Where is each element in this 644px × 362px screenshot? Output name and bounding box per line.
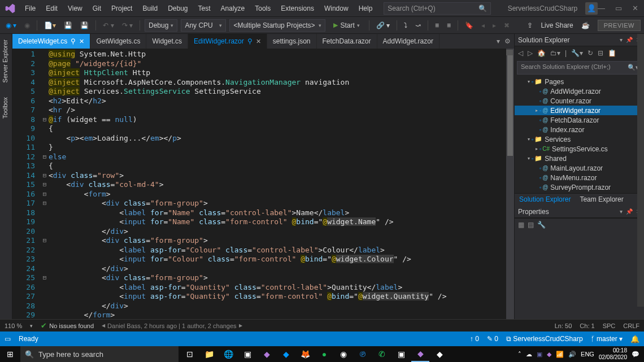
tray-teams-icon[interactable]: ▣ <box>537 351 542 358</box>
terminal-icon[interactable]: ▣ <box>238 346 256 362</box>
menu-view[interactable]: View <box>63 2 87 15</box>
forward-icon[interactable]: ▷ <box>528 49 533 57</box>
platform-combo[interactable]: Any CPU <box>181 19 226 32</box>
notifications-icon[interactable]: 🔔 <box>630 335 639 343</box>
close-icon[interactable]: ✕ <box>79 38 84 45</box>
tab-fetchdata-razor[interactable]: FetchData.razor <box>317 34 377 49</box>
minimize-button[interactable]: ― <box>598 4 605 12</box>
side-tab-server-explorer[interactable]: Server Explorer <box>0 36 12 86</box>
liveshare-icon[interactable]: ⇪ <box>527 21 533 29</box>
close-icon[interactable]: ✕ <box>256 38 261 45</box>
tab-dropdown-icon[interactable]: ▾ <box>497 37 500 45</box>
new-item-button[interactable]: 📄▾ <box>42 20 58 30</box>
close-button[interactable]: ✕ <box>632 4 638 12</box>
panel-tab-solution-explorer[interactable]: Solution Explorer <box>515 194 575 206</box>
whatsapp-icon[interactable]: ✆ <box>373 346 391 362</box>
bookmark-button[interactable]: 🔖 <box>463 20 476 30</box>
side-tab-toolbox[interactable]: Toolbox <box>0 94 12 122</box>
app2-icon[interactable]: ▣ <box>392 346 410 362</box>
tree-item[interactable]: ▫@MainLayout.razor <box>515 163 644 173</box>
tray-onedrive-icon[interactable]: ☁ <box>526 351 532 358</box>
steam-icon[interactable]: ◉ <box>334 346 353 362</box>
menu-git[interactable]: Git <box>88 2 106 15</box>
categorize-icon[interactable]: ▦ <box>518 221 524 229</box>
solution-search[interactable]: Search Solution Explorer (Ctrl+;) 🔍▾ <box>517 61 642 75</box>
quick-search[interactable]: Search (Ctrl+Q) 🔍 <box>384 2 490 15</box>
char-indicator[interactable]: Ch: 1 <box>580 322 594 329</box>
tray-chevron-icon[interactable]: ˄ <box>518 351 521 358</box>
menu-project[interactable]: Project <box>107 2 137 15</box>
startup-combo[interactable]: <Multiple Startup Projects> <box>229 19 325 32</box>
menu-debug[interactable]: Debug <box>163 2 192 15</box>
taskbar-search[interactable]: 🔍 Type here to search <box>20 346 179 362</box>
undo-button[interactable]: ↶ ▾ <box>101 20 116 30</box>
menu-edit[interactable]: Edit <box>41 2 62 15</box>
browser-link-button[interactable]: 🔗 ▾ <box>374 20 392 30</box>
save-button[interactable]: 💾 <box>62 20 75 30</box>
tray-vs-icon[interactable]: ◆ <box>547 351 551 358</box>
collapse-icon[interactable]: ⊟ <box>598 49 603 57</box>
vscode-icon[interactable]: ◆ <box>277 346 295 362</box>
tab-editwidget-razor[interactable]: EditWidget.razor⚲✕ <box>188 34 267 49</box>
pin-icon[interactable]: ⚲ <box>247 37 253 45</box>
firefox-icon[interactable]: 🦊 <box>296 346 314 362</box>
tab-settings-icon[interactable]: ⚙ <box>504 37 511 45</box>
pending-changes[interactable]: ✎ 0 <box>487 335 498 343</box>
nav-forward-button[interactable]: ◉ <box>22 20 32 30</box>
tree-item[interactable]: ▸▫@EditWidget.razor <box>515 106 644 115</box>
menu-analyze[interactable]: Analyze <box>216 2 250 15</box>
next-bookmark-button[interactable]: ▸ <box>490 20 498 30</box>
config-combo[interactable]: Debug <box>145 19 177 32</box>
indent-indicator[interactable]: SPC <box>603 322 616 329</box>
pin-icon[interactable]: ⚲ <box>71 37 76 45</box>
spotify-icon[interactable]: ● <box>315 346 333 362</box>
vs-icon[interactable]: ◆ <box>258 346 276 362</box>
start-button[interactable]: ⊞ <box>0 350 20 359</box>
panel-dropdown-icon[interactable]: ▾ <box>620 208 623 215</box>
tray-lang[interactable]: ENG <box>581 351 594 357</box>
feedback-icon[interactable]: ☕ <box>581 21 590 29</box>
line-indicator[interactable]: Ln: 50 <box>555 322 572 329</box>
vs-running-icon[interactable]: ◆ <box>411 346 429 362</box>
step-into-button[interactable]: ⤵ <box>402 20 410 30</box>
indent-button[interactable]: ≡ <box>433 20 441 30</box>
panel-scrollbar[interactable] <box>637 34 644 307</box>
menu-extensions[interactable]: Extensions <box>276 2 319 15</box>
tree-item[interactable]: ▫@FetchData.razor <box>515 115 644 125</box>
maximize-button[interactable]: ▭ <box>615 4 622 12</box>
step-over-button[interactable]: ⤻ <box>413 20 423 30</box>
panel-tab-team-explorer[interactable]: Team Explorer <box>575 194 628 206</box>
sync-icon[interactable]: 🗀▾ <box>550 49 560 57</box>
panel-pin-icon[interactable]: 📌 <box>626 208 633 215</box>
clock[interactable]: 00:1802/08/2020 <box>599 347 627 361</box>
tab-deletewidget-cs[interactable]: DeleteWidget.cs⚲✕ <box>12 34 90 49</box>
code-content[interactable]: @using System.Net.Http@page "/widgets/{i… <box>49 49 514 319</box>
menu-build[interactable]: Build <box>138 2 162 15</box>
outdent-button[interactable]: ≡ <box>445 20 453 30</box>
clear-bookmarks-button[interactable]: ✖ <box>502 20 512 30</box>
refresh-icon[interactable]: ↻ <box>588 49 593 57</box>
tree-item[interactable]: ▫@SurveyPrompt.razor <box>515 182 644 192</box>
tree-item[interactable]: ▾▫📁Pages <box>515 77 644 86</box>
repo-name[interactable]: ⧉ ServerlessCrudCSharp <box>506 335 583 343</box>
tree-item[interactable]: ▸▫C#SettingsService.cs <box>515 144 644 154</box>
tab-getwidgets-cs[interactable]: GetWidgets.cs <box>90 34 146 49</box>
start-button[interactable]: ▶Start▾ <box>329 20 364 30</box>
liveshare-label[interactable]: Live Share <box>541 21 573 29</box>
codelens-info[interactable]: Daniel Bass, 2 hours ago | 1 author, 2 c… <box>102 322 242 329</box>
branch-name[interactable]: ᚶ master ▾ <box>591 335 623 343</box>
alphabetize-icon[interactable]: ▤ <box>528 221 534 229</box>
task-view-icon[interactable]: ⊡ <box>181 346 199 362</box>
props-wrench-icon[interactable]: 🔧 <box>537 221 546 229</box>
push-indicator[interactable]: ↑ 0 <box>470 335 479 343</box>
tree-item[interactable]: ▫@AddWidget.razor <box>515 86 644 96</box>
issues-indicator[interactable]: ✔No issues found <box>41 321 94 330</box>
tree-item[interactable]: ▾▫📁Shared <box>515 154 644 163</box>
app-icon[interactable]: ℗ <box>354 346 372 362</box>
menu-file[interactable]: File <box>20 2 40 15</box>
action-center-icon[interactable]: 💬 <box>632 351 639 358</box>
lineending-indicator[interactable]: CRLF <box>623 322 639 329</box>
nav-back-button[interactable]: ◉ ▾ <box>3 20 19 30</box>
tree-item[interactable]: ▫@NavMenu.razor <box>515 173 644 182</box>
redo-button[interactable]: ↷ ▾ <box>120 20 135 30</box>
